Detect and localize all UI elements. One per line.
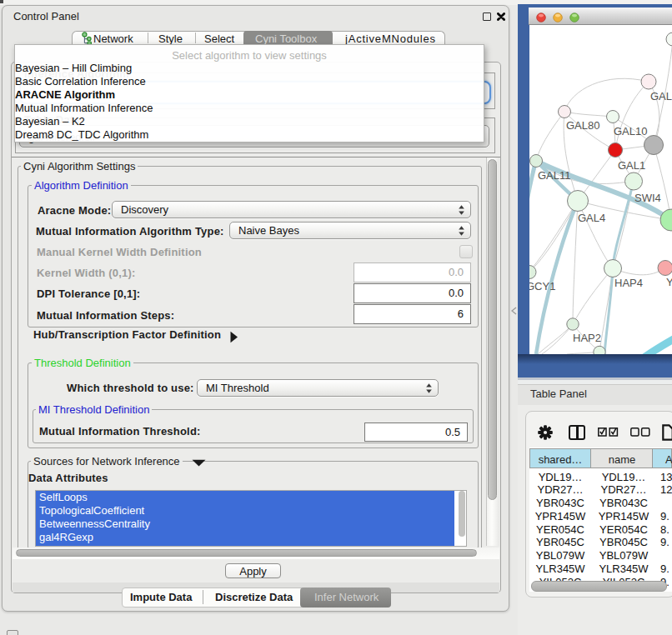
svg-text:GAL1: GAL1 [618, 159, 645, 172]
svg-text:GAL11: GAL11 [538, 169, 571, 182]
svg-text:GAL: GAL [650, 90, 672, 102]
svg-text:HAP2: HAP2 [573, 332, 601, 344]
svg-text:GAL4: GAL4 [578, 212, 605, 224]
svg-text:SWI4: SWI4 [634, 192, 661, 204]
svg-text:GAL80: GAL80 [566, 119, 599, 132]
svg-text:GAL10: GAL10 [614, 125, 647, 138]
svg-text:HAP4: HAP4 [614, 277, 643, 289]
svg-text:GCY1: GCY1 [529, 280, 555, 292]
svg-text:Y: Y [666, 276, 672, 288]
